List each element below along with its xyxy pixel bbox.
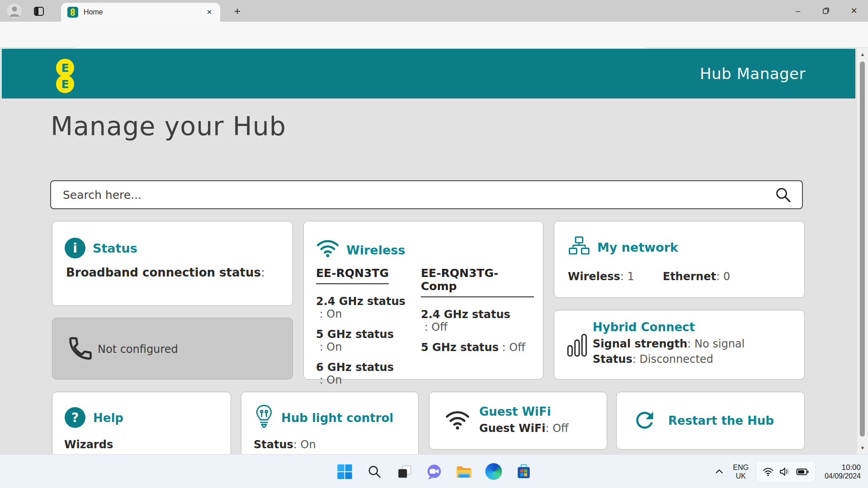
edge-icon [486, 463, 502, 480]
search-bar [50, 180, 803, 209]
restart-hub-card[interactable]: Restart the Hub [616, 392, 805, 450]
broadband-status-line: Broadband connection status: [66, 266, 269, 279]
close-window-button[interactable]: ✕ [840, 0, 868, 22]
start-button[interactable] [335, 462, 354, 481]
help-card[interactable]: ? Help Wizards [52, 392, 231, 454]
quick-settings-button[interactable] [756, 461, 816, 483]
restore-button[interactable] [812, 0, 840, 22]
file-explorer-button[interactable] [455, 462, 473, 481]
task-view-button[interactable] [395, 462, 414, 481]
my-network-card[interactable]: My network Wireless: 1 Ethernet: 0 [554, 221, 805, 298]
phone-card[interactable]: Not configured [52, 318, 293, 380]
battery-icon [796, 467, 809, 477]
wireless-card-title[interactable]: Wireless [346, 243, 405, 257]
chat-button[interactable] [425, 462, 443, 481]
tab-close-button[interactable]: ✕ [203, 6, 216, 19]
hub-light-card-title[interactable]: Hub light control [281, 411, 393, 425]
wireless-count: Wireless: 1 [568, 270, 634, 283]
wifi-status-row: 2.4 GHz status : Off [421, 308, 534, 333]
scrollbar-thumb[interactable] [860, 61, 865, 436]
browser-tabstrip: E E Home ✕ + – ✕ [0, 0, 868, 22]
search-icon[interactable] [774, 186, 792, 204]
browser-toolbar: Not secure 192.168.1.254/DashboardScreen… [0, 22, 868, 48]
restart-hub-title[interactable]: Restart the Hub [668, 414, 774, 427]
browser-tab-home[interactable]: E E Home ✕ [61, 3, 220, 22]
edge-browser-button[interactable] [485, 462, 503, 481]
ee-logo: E E [55, 59, 75, 96]
search-magnifier-icon [366, 464, 382, 480]
restart-icon [632, 408, 657, 433]
language-indicator[interactable]: ENG UK [733, 463, 749, 480]
guest-wifi-status-line: Guest WiFi: Off [479, 422, 569, 435]
restore-icon [822, 7, 830, 14]
ssid-link[interactable]: EE-RQN3TG-Comp [421, 267, 534, 297]
windows-taskbar: ENG UK [0, 454, 868, 488]
clock[interactable]: 10:00 04/09/2024 [825, 463, 861, 480]
wireless-network-primary: EE-RQN3TG 2.4 GHz status : On 5 GHz stat… [316, 267, 415, 386]
minimize-button[interactable]: – [784, 0, 812, 22]
scroll-down-arrow[interactable]: ▼ [857, 445, 868, 450]
hub-light-status-line: Status: On [254, 438, 316, 451]
scroll-up-arrow[interactable]: ▲ [857, 52, 868, 57]
hub-light-control-card[interactable]: Hub light control Status: On [241, 392, 419, 454]
tab-actions-menu-button[interactable] [33, 5, 45, 18]
chevron-up-icon [714, 466, 725, 477]
person-icon [7, 4, 22, 18]
tab-title: Home [84, 8, 203, 16]
guest-wifi-card[interactable]: Guest WiFi Guest WiFi: Off [429, 392, 607, 450]
file-explorer-icon [455, 463, 473, 481]
ethernet-count: Ethernet: 0 [663, 270, 730, 283]
status-card-title[interactable]: Status [93, 241, 137, 255]
wifi-icon [316, 239, 340, 258]
wireless-card[interactable]: Wireless EE-RQN3TG 2.4 GHz status : On 5… [303, 221, 543, 380]
new-tab-button[interactable]: + [231, 5, 244, 18]
ee-header-banner: E E Hub Manager [2, 49, 855, 99]
wifi-status-row: 5 GHz status : On [316, 328, 415, 353]
wifi-status-row: 5 GHz status : Off [421, 341, 534, 354]
hybrid-connect-title[interactable]: Hybrid Connect [593, 320, 695, 334]
page-heading: Manage your Hub [51, 111, 286, 141]
page-title: Hub Manager [700, 49, 806, 99]
signal-strength-line: Signal strength: No signal [593, 338, 745, 350]
hybrid-status-line: Status: Disconnected [593, 353, 713, 366]
speaker-icon [779, 467, 791, 477]
task-view-icon [396, 463, 413, 480]
phone-status-label: Not configured [98, 343, 178, 356]
tray-overflow-button[interactable] [710, 462, 728, 481]
search-input[interactable] [63, 188, 774, 202]
windows-logo-icon [336, 463, 353, 480]
status-card[interactable]: i Status Broadband connection status: [52, 221, 293, 306]
svg-text:E: E [61, 78, 69, 91]
wifi-status-row: 2.4 GHz status : On [316, 295, 415, 320]
help-icon: ? [65, 407, 85, 428]
tray-wifi-icon [763, 467, 774, 477]
chat-icon [425, 463, 443, 480]
page-scrollbar[interactable]: ▲ ▼ [857, 48, 868, 454]
microsoft-store-icon [515, 463, 532, 480]
phone-icon [67, 333, 94, 363]
signal-bars-icon [567, 332, 588, 358]
lightbulb-icon [255, 404, 274, 429]
guest-wifi-icon [445, 409, 470, 430]
window-controls: – ✕ [784, 0, 868, 22]
wifi-status-row: 6 GHz status : On [316, 361, 415, 386]
info-icon: i [65, 238, 85, 258]
system-tray: ENG UK [710, 455, 868, 488]
help-card-title[interactable]: Help [93, 411, 123, 425]
wizards-link[interactable]: Wizards [64, 438, 113, 451]
guest-wifi-card-title[interactable]: Guest WiFi [479, 405, 551, 418]
ssid-link[interactable]: EE-RQN3TG [316, 267, 389, 284]
network-tree-icon [567, 236, 591, 257]
ee-favicon: E E [67, 7, 78, 18]
microsoft-store-button[interactable] [514, 462, 533, 481]
screen: E E Home ✕ + – ✕ [0, 0, 868, 488]
hub-manager-page: E E Hub Manager Manage your Hub i Status… [0, 48, 857, 454]
taskbar-search-button[interactable] [365, 462, 384, 481]
my-network-card-title[interactable]: My network [597, 240, 678, 254]
tab-layout-icon [33, 5, 45, 18]
svg-text:E: E [61, 61, 69, 75]
wireless-network-companion: EE-RQN3TG-Comp 2.4 GHz status : Off 5 GH… [421, 267, 534, 354]
svg-text:E: E [72, 12, 74, 16]
hybrid-connect-card[interactable]: Hybrid Connect Signal strength: No signa… [554, 310, 805, 380]
profile-avatar[interactable] [7, 4, 22, 18]
